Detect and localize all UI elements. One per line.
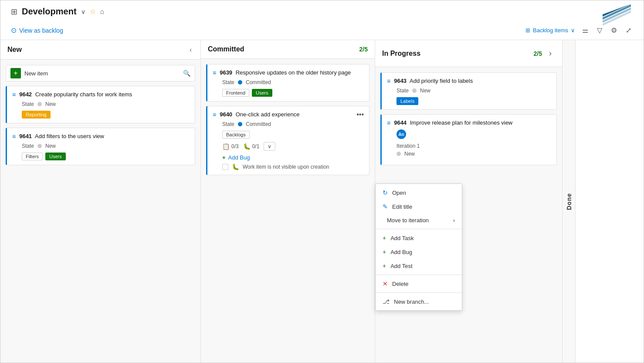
new-item-label: New item <box>24 70 48 77</box>
card-9643-state-label: State <box>397 88 409 94</box>
context-menu-add-test[interactable]: + Add Test <box>376 259 462 273</box>
bug-icon: 🐛 <box>243 143 251 150</box>
page-title: Development <box>22 7 77 17</box>
view-as-backlog-btn[interactable]: ⊙ View as backlog <box>11 26 63 34</box>
card-9644-state-text: New <box>404 151 415 157</box>
card-9640-meta: State Committed <box>222 121 364 127</box>
card-9642[interactable]: ≡ 9642 Create popularity charts for work… <box>6 86 195 123</box>
expand-card-btn[interactable]: ∨ <box>264 142 275 151</box>
card-9639-title: 9639 Responsive updates on the older his… <box>220 69 351 77</box>
card-9639-tags: Frontend Users <box>222 89 364 97</box>
column-done[interactable]: Done <box>563 40 576 363</box>
card-9642-title: 9642 Create popularity charts for work i… <box>19 91 132 98</box>
card-9641-tags: Filters Users <box>22 153 190 160</box>
tag-reporting[interactable]: Reporting <box>22 111 51 119</box>
add-bug-btn[interactable]: + Add Bug <box>222 154 364 161</box>
backlog-items-btn[interactable]: ⊞ Backlog items ∨ <box>525 27 575 34</box>
favorite-star-icon[interactable]: ☆ <box>90 7 96 16</box>
backlog-items-grid-icon: ⊞ <box>525 27 530 34</box>
members-icon[interactable]: ⌂ <box>100 8 105 16</box>
new-item-left: + New item <box>10 68 48 78</box>
card-9640-state-label: State <box>222 121 234 127</box>
move-iteration-left: Move to iteration <box>383 217 429 224</box>
title-chevron-icon[interactable]: ∨ <box>81 8 85 15</box>
context-menu-move-iteration[interactable]: Move to iteration › <box>376 214 462 227</box>
add-bug-plus-icon: + <box>222 154 226 161</box>
context-menu: ↻ Open ✎ Edit title Move to iteration › … <box>375 183 462 311</box>
column-in-progress-next-btn[interactable]: › <box>546 45 555 61</box>
menu-divider-1 <box>376 229 462 229</box>
column-new-header: New ‹ <box>0 40 200 60</box>
card-9643-state-text: New <box>420 88 430 94</box>
tag-frontend[interactable]: Frontend <box>222 89 249 97</box>
tag-users-9641[interactable]: Users <box>45 153 66 160</box>
iteration-badge: Iteration 1 <box>397 143 420 149</box>
column-new-collapse-btn[interactable]: ‹ <box>188 45 193 54</box>
card-9643[interactable]: ≡ 9643 Add priority field to labels Stat… <box>380 72 557 110</box>
context-menu-delete-label: Delete <box>392 281 409 287</box>
context-menu-delete[interactable]: ✕ Delete <box>376 277 462 291</box>
context-menu-open[interactable]: ↻ Open <box>376 186 462 200</box>
tag-filters[interactable]: Filters <box>22 153 43 160</box>
context-menu-edit-title-label: Edit title <box>392 204 412 210</box>
work-item-icon-5: ≡ <box>387 78 390 85</box>
sliders-icon[interactable]: ⚌ <box>580 24 590 36</box>
search-icon[interactable]: 🔍 <box>183 70 190 77</box>
card-9643-header: ≡ 9643 Add priority field to labels <box>387 77 551 85</box>
card-9644-state-dot <box>397 152 401 156</box>
card-9640[interactable]: ••• ≡ 9640 One-click add experience Stat… <box>206 106 369 175</box>
card-9640-more-btn[interactable]: ••• <box>355 110 366 119</box>
column-committed-header: Committed 2/5 <box>201 40 375 59</box>
context-menu-move-iteration-label: Move to iteration <box>387 217 429 224</box>
card-9640-id: 9640 <box>220 111 232 118</box>
card-9644[interactable]: ≡ 9644 Improve release plan for mileston… <box>380 114 557 165</box>
card-9641[interactable]: ≡ 9641 Add filters to the users view Sta… <box>6 128 195 165</box>
column-in-progress-actions: 2/5 › <box>534 45 555 61</box>
bug-child-checkbox[interactable] <box>222 164 228 170</box>
open-icon: ↻ <box>383 189 388 196</box>
edit-icon: ✎ <box>383 203 388 210</box>
context-menu-add-task[interactable]: + Add Task <box>376 231 462 245</box>
add-new-item-btn[interactable]: + <box>10 68 21 78</box>
work-item-icon: ≡ <box>12 91 16 98</box>
card-9642-header: ≡ 9642 Create popularity charts for work… <box>12 91 190 98</box>
toolbar: ⊙ View as backlog ⊞ Backlog items ∨ ⚌ ▽ … <box>0 21 644 40</box>
card-9642-state-label: State <box>22 101 34 107</box>
column-new-body: + New item 🔍 ≡ 9642 Create popularity ch… <box>0 60 200 363</box>
tag-backlogs[interactable]: Backlogs <box>222 131 250 139</box>
add-task-icon: + <box>383 234 386 241</box>
card-9644-state-meta: New <box>397 151 551 157</box>
context-menu-new-branch[interactable]: ⎇ New branch... <box>376 295 462 309</box>
card-9641-state-text: New <box>45 143 56 149</box>
bugs-count-value: 0/1 <box>252 143 260 149</box>
column-committed-title: Committed <box>208 45 244 53</box>
column-committed: Committed 2/5 ≡ 9639 Responsive updates … <box>201 40 375 363</box>
card-9643-tags: Labels <box>397 97 551 105</box>
tag-labels[interactable]: Labels <box>397 97 418 105</box>
card-9640-state-dot <box>238 122 242 126</box>
menu-divider-2 <box>376 275 462 275</box>
card-9639-meta: State Committed <box>222 79 364 85</box>
context-menu-edit-title[interactable]: ✎ Edit title <box>376 200 462 214</box>
card-9640-state-text: Committed <box>246 121 271 127</box>
column-committed-body: ≡ 9639 Responsive updates on the older h… <box>201 59 375 363</box>
add-test-icon: + <box>383 262 386 269</box>
card-9641-meta: State New <box>22 143 190 149</box>
card-9644-id: 9644 <box>394 119 407 126</box>
tag-users-9639[interactable]: Users <box>252 89 272 97</box>
logo-area <box>598 4 633 27</box>
backlog-items-label: Backlog items <box>533 27 568 34</box>
work-item-icon-6: ≡ <box>387 119 390 126</box>
context-menu-add-task-label: Add Task <box>390 235 414 241</box>
card-9642-tags: Reporting <box>22 111 190 119</box>
card-9639-state-text: Committed <box>246 79 271 85</box>
bug-child-icon: 🐛 <box>232 163 239 170</box>
app-frame: ⊞ Development ∨ ☆ ⌂ ⊙ View as backlog ⊞ … <box>0 0 644 363</box>
card-9639[interactable]: ≡ 9639 Responsive updates on the older h… <box>206 64 369 102</box>
card-9639-header: ≡ 9639 Responsive updates on the older h… <box>213 69 364 77</box>
column-in-progress-count: 2/5 <box>534 50 542 57</box>
context-menu-add-bug[interactable]: + Add Bug <box>376 245 462 259</box>
card-9644-avatar: An <box>397 129 406 139</box>
column-new-title: New <box>7 46 22 54</box>
grid-icon: ⊞ <box>11 7 17 17</box>
